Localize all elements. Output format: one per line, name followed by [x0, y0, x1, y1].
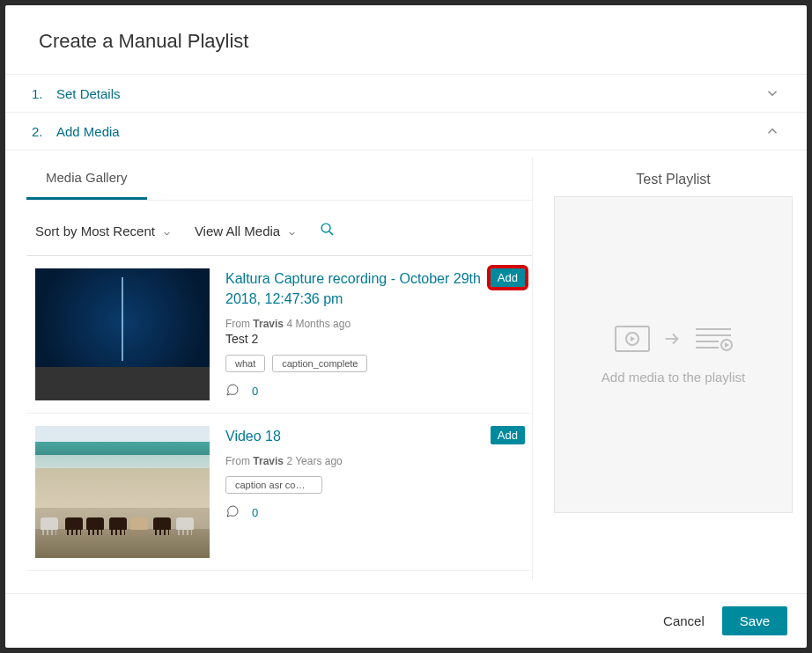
media-list-scroll[interactable]: Kaltura Capture recording - October 29th…: [26, 255, 532, 580]
media-tag[interactable]: caption_complete: [272, 355, 367, 372]
sort-dropdown[interactable]: Sort by Most Recent: [35, 224, 172, 238]
comment-icon: [225, 504, 240, 521]
media-meta: From Travis 2 Years ago: [225, 455, 481, 467]
view-dropdown[interactable]: View All Media: [195, 224, 297, 238]
media-tag[interactable]: what: [225, 355, 265, 372]
chevron-down-icon: [162, 226, 172, 236]
media-title-link[interactable]: Video 18: [225, 426, 481, 446]
view-label: View All Media: [195, 224, 280, 238]
playlist-icon: [694, 326, 733, 356]
add-button[interactable]: Add: [491, 268, 525, 287]
media-item: Video 18 From Travis 2 Years ago caption…: [26, 414, 532, 571]
add-button[interactable]: Add: [491, 426, 525, 444]
modal-header: Create a Manual Playlist: [5, 5, 807, 75]
media-thumbnail[interactable]: [35, 268, 210, 400]
playlist-dropzone[interactable]: Add media to the playlist: [554, 196, 793, 513]
playlist-panel: Test Playlist: [533, 158, 798, 580]
playlist-scroll[interactable]: Add media to the playlist: [554, 196, 793, 573]
media-list-wrap: Kaltura Capture recording - October 29th…: [26, 255, 532, 580]
arrow-right-icon: [662, 329, 682, 352]
video-icon: [615, 326, 650, 356]
svg-marker-4: [631, 336, 635, 341]
step-label: Set Details: [56, 86, 121, 101]
playlist-title: Test Playlist: [554, 165, 793, 196]
playlist-placeholder-text: Add media to the playlist: [602, 370, 745, 385]
svg-line-1: [329, 231, 333, 235]
modal-title: Create a Manual Playlist: [39, 30, 780, 53]
source-tabs: Media Gallery: [26, 158, 532, 201]
media-comments[interactable]: 0: [225, 504, 481, 521]
media-thumbnail[interactable]: [35, 426, 210, 558]
chevron-down-icon: [764, 85, 780, 101]
media-source-panel: Media Gallery Sort by Most Recent View A…: [26, 158, 533, 580]
sort-label: Sort by Most Recent: [35, 224, 155, 238]
chevron-down-icon: [287, 226, 297, 236]
media-tag[interactable]: caption asr comp…: [225, 476, 322, 494]
step-label: Add Media: [56, 124, 120, 139]
media-description: Test 2: [225, 332, 481, 346]
svg-marker-11: [725, 342, 729, 348]
filter-bar: Sort by Most Recent View All Media: [26, 201, 532, 255]
media-title-link[interactable]: Kaltura Capture recording - October 29th…: [225, 268, 481, 309]
comment-count: 0: [252, 385, 258, 398]
chevron-up-icon: [764, 123, 780, 139]
modal-body: 1. Set Details 2. Add Media: [5, 75, 807, 593]
search-icon[interactable]: [320, 222, 335, 239]
save-button[interactable]: Save: [722, 606, 787, 635]
svg-point-0: [321, 224, 330, 232]
step-number: 1.: [32, 86, 44, 101]
modal-body-scroll[interactable]: 1. Set Details 2. Add Media: [5, 75, 807, 593]
media-meta: From Travis 4 Months ago: [225, 318, 481, 330]
step-set-details[interactable]: 1. Set Details: [5, 75, 807, 113]
cancel-button[interactable]: Cancel: [653, 606, 715, 635]
add-media-content: Media Gallery Sort by Most Recent View A…: [5, 150, 807, 580]
create-playlist-modal: Create a Manual Playlist 1. Set Details: [5, 5, 807, 648]
modal-footer: Cancel Save: [5, 593, 807, 648]
media-comments[interactable]: 0: [225, 383, 481, 400]
comment-count: 0: [252, 506, 258, 519]
step-add-media[interactable]: 2. Add Media: [5, 113, 807, 150]
media-item: Kaltura Capture recording - October 29th…: [26, 256, 532, 414]
tab-media-gallery[interactable]: Media Gallery: [26, 158, 147, 200]
step-number: 2.: [32, 124, 44, 139]
comment-icon: [225, 383, 240, 400]
